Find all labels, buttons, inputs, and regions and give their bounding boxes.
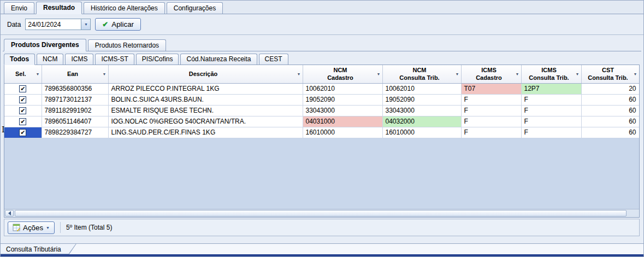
ean-cell[interactable]: 7896051146407 xyxy=(42,116,108,127)
column-header-ean[interactable]: Ean ▼ xyxy=(42,65,108,83)
checkmark-icon: ✔ xyxy=(20,86,25,92)
row-select-cell[interactable]: ✔ xyxy=(4,116,42,127)
ean-cell[interactable]: 7896356800356 xyxy=(42,83,108,94)
column-header-ncm-consulta-trib[interactable]: NCMConsulta Trib. ▼ xyxy=(382,65,461,83)
actions-button-label: Ações xyxy=(23,224,43,232)
table-row[interactable]: ✔ 7897173012137 BOLIN.C.SUICA 43URS.BAUN… xyxy=(4,94,639,105)
ean-cell[interactable]: 7898229384727 xyxy=(42,127,108,138)
icms-cadastro-cell[interactable]: F xyxy=(461,105,521,116)
table-row[interactable]: ✔ 7898229384727 LING.SAUD.PER.C/ER.FINAS… xyxy=(4,127,639,138)
row-select-cell[interactable]: ✔ xyxy=(4,83,42,94)
icms-cadastro-cell[interactable]: F xyxy=(461,116,521,127)
apply-button-label: Aplicar xyxy=(111,20,134,28)
horizontal-scrollbar[interactable] xyxy=(4,209,639,217)
ncm-cadastro-cell[interactable]: 19052090 xyxy=(303,94,382,105)
column-header-ncm-cadastro[interactable]: NCMCadastro ▼ xyxy=(303,65,382,83)
ncm-cadastro-cell[interactable]: 33043000 xyxy=(303,105,382,116)
arrow-left-icon xyxy=(8,211,11,215)
tab-icms-st[interactable]: ICMS-ST xyxy=(95,54,134,65)
bottom-tab-consulta-tributaria[interactable]: Consulta Tributária xyxy=(1,244,76,254)
filter-dropdown-icon[interactable]: ▼ xyxy=(634,72,637,76)
scroll-left-button[interactable] xyxy=(5,210,14,217)
row-checkbox[interactable]: ✔ xyxy=(19,118,26,125)
row-checkbox[interactable]: ✔ xyxy=(19,129,26,136)
cst-consulta-trib-cell[interactable]: 60 xyxy=(581,94,639,105)
tab-envio[interactable]: Envio xyxy=(4,2,34,14)
filter-dropdown-icon[interactable]: ▼ xyxy=(576,72,580,76)
filter-dropdown-icon[interactable]: ▼ xyxy=(36,72,40,76)
icms-consulta-trib-cell[interactable]: F xyxy=(521,94,581,105)
column-header-icms-consulta-trib[interactable]: ICMSConsulta Trib. ▼ xyxy=(521,65,581,83)
filter-dropdown-icon[interactable]: ▼ xyxy=(103,72,107,76)
tab-resultado[interactable]: Resultado xyxy=(36,2,82,14)
actions-button[interactable]: Ações ▼ xyxy=(8,221,55,234)
column-header-icms-cadastro[interactable]: ICMSCadastro ▼ xyxy=(461,65,521,83)
ncm-cadastro-cell[interactable]: 10062010 xyxy=(303,83,382,94)
ncm-consulta-trib-cell[interactable]: 16010000 xyxy=(382,127,461,138)
column-header-sel[interactable]: Sel. ▼ xyxy=(4,65,42,83)
apply-button[interactable]: ✔ Aplicar xyxy=(95,18,141,31)
icms-consulta-trib-cell[interactable]: F xyxy=(521,105,581,116)
tab-historico-alteracoes[interactable]: Histórico de Alterações xyxy=(84,2,165,14)
ncm-cadastro-cell[interactable]: 16010000 xyxy=(303,127,382,138)
filter-dropdown-icon[interactable]: ▼ xyxy=(377,72,381,76)
ncm-consulta-trib-cell[interactable]: 19052090 xyxy=(382,94,461,105)
row-select-cell[interactable]: ✔ xyxy=(4,127,42,138)
table-row[interactable]: ✔ 7896356800356 ARROZ PILECCO P.INTEGRAL… xyxy=(4,83,639,94)
bottom-dock: Consulta Tributária xyxy=(1,243,643,254)
checkmark-icon: ✔ xyxy=(20,108,25,114)
row-select-cell[interactable]: ✔ xyxy=(4,94,42,105)
icms-cadastro-cell[interactable]: F xyxy=(461,127,521,138)
icms-consulta-trib-cell[interactable]: F xyxy=(521,116,581,127)
column-header-descricao[interactable]: Descrição ▼ xyxy=(108,65,303,83)
icms-consulta-trib-cell[interactable]: 12P7 xyxy=(521,83,581,94)
tab-cod-natureza-receita[interactable]: Cód.Natureza Receita xyxy=(180,54,257,65)
tab-ncm[interactable]: NCM xyxy=(37,54,63,65)
icms-cadastro-cell[interactable]: F xyxy=(461,94,521,105)
app-window: Envio Resultado Histórico de Alterações … xyxy=(0,0,644,257)
tab-produtos-divergentes[interactable]: Produtos Divergentes xyxy=(4,39,86,51)
cst-consulta-trib-cell[interactable]: 60 xyxy=(581,127,639,138)
ean-cell[interactable]: 7897173012137 xyxy=(42,94,108,105)
icms-consulta-trib-cell[interactable]: F xyxy=(521,127,581,138)
row-select-cell[interactable]: ✔ xyxy=(4,105,42,116)
scrollbar-thumb[interactable] xyxy=(15,210,627,217)
tab-produtos-retornardos[interactable]: Produtos Retornardos xyxy=(88,39,166,51)
tab-icms[interactable]: ICMS xyxy=(65,54,93,65)
cst-consulta-trib-cell[interactable]: 60 xyxy=(581,116,639,127)
bottom-tab-label: Consulta Tributária xyxy=(6,246,61,253)
icms-cadastro-cell[interactable]: T07 xyxy=(461,83,521,94)
filter-dropdown-icon[interactable]: ▼ xyxy=(297,72,301,76)
item-count-text: 5º Item (Total 5) xyxy=(66,224,112,231)
descricao-cell[interactable]: BOLIN.C.SUICA 43URS.BAUN. xyxy=(108,94,303,105)
descricao-cell[interactable]: ESMALTE RISQUE BASE TECHN. xyxy=(108,105,303,116)
descricao-cell[interactable]: LING.SAUD.PER.C/ER.FINAS 1KG xyxy=(108,127,303,138)
tab-pis-cofins[interactable]: PIS/Cofins xyxy=(136,54,179,65)
column-header-cst-consulta-trib[interactable]: CSTConsulta Trib. ▼ xyxy=(581,65,639,83)
ean-cell[interactable]: 7891182991902 xyxy=(42,105,108,116)
tab-todos[interactable]: Todos xyxy=(4,54,35,65)
cst-consulta-trib-cell[interactable]: 20 xyxy=(581,83,639,94)
ncm-cadastro-cell[interactable]: 04031000 xyxy=(303,116,382,127)
date-dropdown-button[interactable]: ▼ xyxy=(81,19,90,30)
descricao-cell[interactable]: ARROZ PILECCO P.INTEGRAL 1KG xyxy=(108,83,303,94)
tab-configuracoes[interactable]: Configurações xyxy=(167,2,223,14)
cst-consulta-trib-cell[interactable]: 60 xyxy=(581,105,639,116)
filter-dropdown-icon[interactable]: ▼ xyxy=(456,72,459,76)
tab-cest[interactable]: CEST xyxy=(259,54,288,65)
row-checkbox[interactable]: ✔ xyxy=(19,107,26,114)
row-checkbox[interactable]: ✔ xyxy=(19,96,26,103)
ncm-consulta-trib-cell[interactable]: 10062010 xyxy=(382,83,461,94)
table-row[interactable]: ✔ 7891182991902 ESMALTE RISQUE BASE TECH… xyxy=(4,105,639,116)
table-row[interactable]: ✔ 7896051146407 IOG.NOLAC 0%GREGO 540CRA… xyxy=(4,116,639,127)
descricao-cell[interactable]: IOG.NOLAC 0%GREGO 540CRAN/TAN/TRA. xyxy=(108,116,303,127)
scrollbar-track[interactable] xyxy=(627,210,639,217)
date-picker[interactable]: 24/01/2024 ▼ xyxy=(25,19,91,30)
actions-grid-icon xyxy=(13,224,20,231)
filter-dropdown-icon[interactable]: ▼ xyxy=(516,72,519,76)
status-separator xyxy=(60,222,61,233)
ncm-consulta-trib-cell[interactable]: 04032000 xyxy=(382,116,461,127)
ncm-consulta-trib-cell[interactable]: 33043000 xyxy=(382,105,461,116)
row-checkbox[interactable]: ✔ xyxy=(19,85,26,92)
date-value[interactable]: 24/01/2024 xyxy=(26,19,81,30)
